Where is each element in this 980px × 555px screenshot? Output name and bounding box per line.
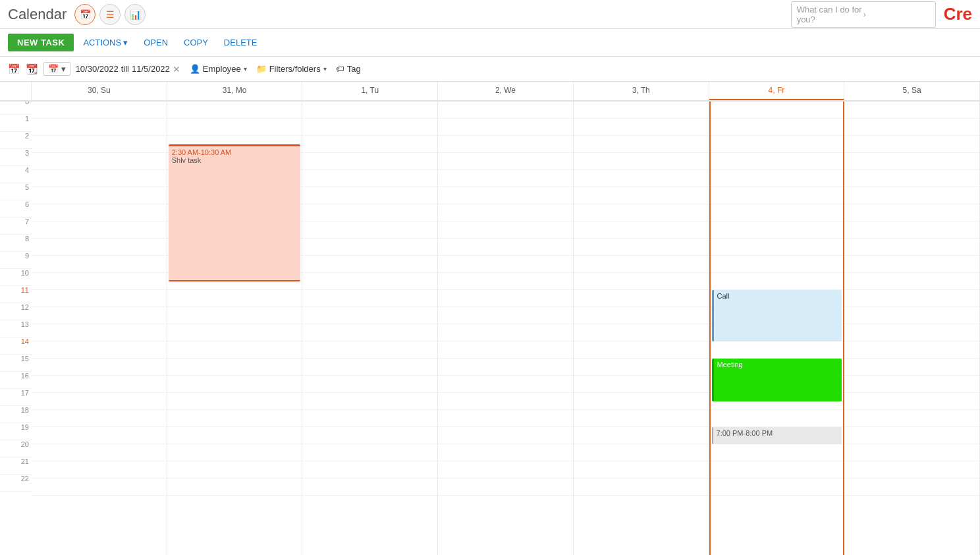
cell — [32, 119, 167, 136]
calendar-week-icon[interactable]: 📆 — [26, 63, 38, 75]
cell — [711, 410, 844, 427]
cell — [574, 256, 709, 273]
cell — [32, 136, 167, 153]
cell — [574, 410, 709, 427]
cell — [438, 102, 573, 119]
cell — [32, 153, 167, 170]
cell — [844, 187, 979, 204]
cell — [844, 102, 979, 119]
cell — [438, 461, 573, 479]
cell — [302, 187, 437, 204]
cell — [32, 221, 167, 239]
cell — [711, 479, 844, 496]
hour-11: 11 — [0, 286, 32, 303]
employee-chevron-icon: ▾ — [244, 65, 247, 73]
calendar-wrapper: 30, Su 31, Mo 1, Tu 2, We 3, Th 4, Fr 5,… — [0, 82, 980, 555]
cell — [438, 427, 573, 444]
delete-button[interactable]: DELETE — [217, 34, 264, 51]
search-placeholder: What can I do for you? — [797, 5, 863, 24]
cell — [574, 204, 709, 221]
day-col-2 — [302, 102, 438, 555]
call-event[interactable]: Call — [712, 290, 842, 341]
till-label: till — [121, 64, 129, 74]
cell — [844, 444, 979, 461]
cell — [302, 479, 437, 496]
days-grid: 2:30 AM-10:30 AM Shlv task Call — [32, 102, 980, 555]
cell — [32, 359, 167, 376]
hour-9: 9 — [0, 252, 32, 269]
hour-17: 17 — [0, 389, 32, 406]
calendar-view-btn[interactable]: 📅 — [74, 4, 95, 25]
cell — [574, 479, 709, 496]
cell — [438, 187, 573, 204]
meeting-event[interactable]: Meeting — [712, 359, 842, 401]
cell — [302, 427, 437, 444]
cell — [438, 239, 573, 256]
actions-button[interactable]: ACTIONS ▾ — [76, 34, 134, 51]
cell — [302, 273, 437, 290]
cell — [32, 170, 167, 187]
time-column: 0 1 2 3 4 5 6 7 8 9 10 11 12 13 14 15 16… — [0, 102, 32, 555]
cell — [438, 256, 573, 273]
date-range: 10/30/2022 till 11/5/2022 ✕ — [76, 64, 180, 74]
employee-label: Employee — [203, 64, 241, 74]
calendar-day-icon[interactable]: 📅 — [8, 63, 20, 75]
cell — [167, 376, 302, 393]
list-view-btn[interactable]: ☰ — [99, 4, 121, 25]
cell — [32, 479, 167, 496]
cell — [844, 427, 979, 444]
cell — [302, 461, 437, 479]
cell — [574, 444, 709, 461]
cell — [438, 221, 573, 239]
shiv-task-event[interactable]: 2:30 AM-10:30 AM Shlv task — [169, 144, 301, 281]
open-button[interactable]: OPEN — [137, 34, 175, 51]
calendar-body: 0 1 2 3 4 5 6 7 8 9 10 11 12 13 14 15 16… — [0, 102, 980, 555]
chart-view-btn[interactable]: 📊 — [124, 4, 146, 25]
hour-6: 6 — [0, 200, 32, 218]
event-title-meeting: Meeting — [717, 361, 839, 368]
cell — [302, 290, 437, 307]
view-icons: 📅 ☰ 📊 — [74, 4, 146, 25]
filters-folders[interactable]: 📁 Filters/folders ▾ — [256, 64, 327, 74]
cell — [574, 376, 709, 393]
cell — [438, 410, 573, 427]
hour-4: 4 — [0, 166, 32, 183]
day-header-2: 1, Tu — [302, 82, 438, 100]
cell — [32, 256, 167, 273]
cell — [438, 307, 573, 324]
cell — [844, 359, 979, 376]
calendar-dropdown-icon[interactable]: 📅 ▾ — [43, 62, 70, 76]
event-time: 2:30 AM-10:30 AM — [172, 148, 298, 156]
cell — [32, 290, 167, 307]
cell — [574, 119, 709, 136]
cell — [302, 444, 437, 461]
cell — [302, 136, 437, 153]
cell — [574, 427, 709, 444]
tag-filter[interactable]: 🏷 Tag — [336, 64, 361, 74]
filter-bar: 📅 📆 📅 ▾ 10/30/2022 till 11/5/2022 ✕ 👤 Em… — [0, 57, 980, 82]
clear-date-button[interactable]: ✕ — [173, 64, 180, 74]
person-icon: 👤 — [190, 64, 200, 74]
cell — [167, 461, 302, 479]
copy-button[interactable]: COPY — [177, 34, 215, 51]
cre-logo: Cre — [944, 4, 972, 24]
cell — [844, 341, 979, 359]
cell — [32, 393, 167, 410]
tag-label: Tag — [347, 64, 361, 74]
cell — [438, 290, 573, 307]
evening-event[interactable]: 7:00 PM-8:00 PM — [712, 427, 842, 444]
date-to: 11/5/2022 — [132, 64, 170, 74]
employee-filter[interactable]: 👤 Employee ▾ — [190, 64, 247, 74]
cell — [302, 393, 437, 410]
cell — [438, 119, 573, 136]
cell — [711, 273, 844, 290]
cell — [167, 479, 302, 496]
cell — [32, 239, 167, 256]
cell — [711, 221, 844, 239]
cell — [167, 290, 302, 307]
search-box[interactable]: What can I do for you? › — [791, 1, 936, 28]
cell — [438, 376, 573, 393]
new-task-button[interactable]: NEW TASK — [8, 34, 74, 51]
cell — [302, 153, 437, 170]
event-title: Shlv task — [172, 156, 298, 164]
